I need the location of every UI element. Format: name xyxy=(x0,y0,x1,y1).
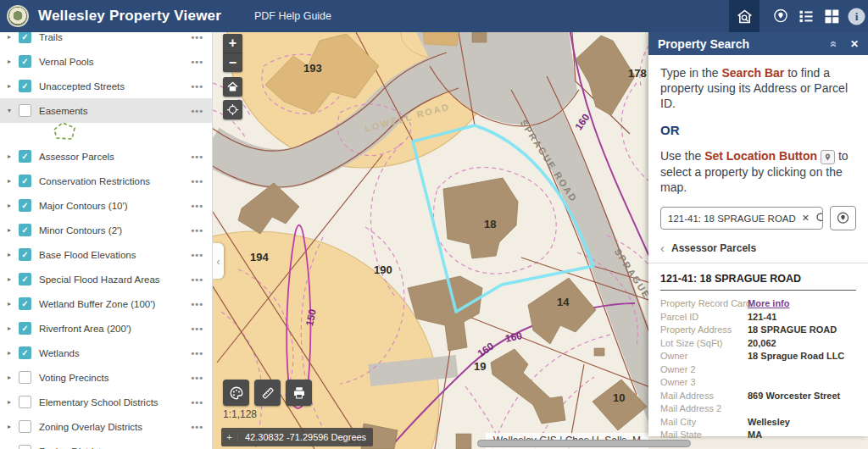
close-panel-icon[interactable]: ✕ xyxy=(850,38,859,50)
chevron-right-icon[interactable]: ▸ xyxy=(8,58,17,65)
chevron-right-icon[interactable]: ▸ xyxy=(8,226,17,234)
zoom-in-button[interactable]: + xyxy=(223,34,242,53)
set-location-button[interactable] xyxy=(830,206,856,230)
layer-checkbox[interactable]: ✓ xyxy=(19,32,31,43)
layer-row-major-contours[interactable]: ▸ ✓ Major Contours (10') ••• xyxy=(0,193,212,218)
layer-checkbox[interactable]: ✓ xyxy=(19,175,31,187)
set-location-icon[interactable] xyxy=(768,0,793,32)
back-link-assessor-parcels[interactable]: ‹ Assessor Parcels xyxy=(660,241,856,255)
chevron-right-icon[interactable]: ▸ xyxy=(8,202,17,209)
chevron-right-icon[interactable]: ▸ xyxy=(8,349,17,357)
search-submit-button[interactable] xyxy=(815,212,823,224)
layer-checkbox[interactable]: ✓ xyxy=(19,55,31,68)
layer-options-button[interactable]: ••• xyxy=(191,225,203,236)
layer-options-button[interactable]: ••• xyxy=(191,348,203,358)
chevron-right-icon[interactable]: ▸ xyxy=(8,398,17,406)
layer-checkbox[interactable] xyxy=(19,371,31,384)
layer-checkbox[interactable] xyxy=(19,420,31,433)
chevron-right-icon[interactable]: ▸ xyxy=(8,82,17,90)
layer-options-button[interactable]: ••• xyxy=(191,152,203,162)
layer-row-conservation-restrictions[interactable]: ▸ ✓ Conservation Restrictions ••• xyxy=(0,169,212,193)
layer-row-easements[interactable]: ▾ Easements ••• xyxy=(0,98,212,123)
layer-options-button[interactable]: ••• xyxy=(191,176,203,186)
layer-row-base-flood-elevations[interactable]: ▸ ✓ Base Flood Elevations ••• xyxy=(0,242,212,267)
layer-row-trails[interactable]: ▸ ✓ Trails ••• xyxy=(0,32,212,49)
layer-options-button[interactable]: ••• xyxy=(191,274,203,285)
layer-row-riverfront-area[interactable]: ▸ ✓ Riverfront Area (200') ••• xyxy=(0,316,212,341)
layer-checkbox[interactable]: ✓ xyxy=(19,80,31,92)
layer-options-button[interactable]: ••• xyxy=(191,324,203,334)
layer-options-button[interactable]: ••• xyxy=(191,106,203,116)
chevron-right-icon[interactable]: ▸ xyxy=(8,275,17,283)
horizontal-scrollbar-thumb[interactable] xyxy=(477,440,691,447)
collapse-panel-icon[interactable]: « xyxy=(827,41,841,47)
locate-button[interactable] xyxy=(223,100,242,119)
chevron-right-icon[interactable]: ▸ xyxy=(8,152,17,160)
layer-options-button[interactable]: ••• xyxy=(191,397,203,407)
crosshair-locate-icon xyxy=(226,103,239,116)
layer-row-minor-contours[interactable]: ▸ ✓ Minor Contours (2') ••• xyxy=(0,218,212,242)
layer-row-voting-precincts[interactable]: ▸ Voting Precincts ••• xyxy=(0,365,212,390)
layer-options-button[interactable]: ••• xyxy=(191,81,203,91)
layer-row-unaccepted-streets[interactable]: ▸ ✓ Unaccepted Streets ••• xyxy=(0,74,212,98)
layer-options-button[interactable]: ••• xyxy=(191,32,203,42)
legend-list-icon[interactable] xyxy=(793,0,819,32)
layer-options-button[interactable]: ••• xyxy=(191,446,203,449)
layer-checkbox[interactable]: ✓ xyxy=(19,150,31,163)
chevron-down-icon[interactable]: ▾ xyxy=(8,107,17,114)
measure-button[interactable] xyxy=(254,380,281,406)
layer-checkbox[interactable]: ✓ xyxy=(19,273,31,285)
layer-checkbox[interactable]: ✓ xyxy=(19,224,31,236)
layer-row-assessor-parcels[interactable]: ▸ ✓ Assessor Parcels ••• xyxy=(0,144,212,169)
layer-options-button[interactable]: ••• xyxy=(191,373,203,383)
chevron-right-icon[interactable]: ▸ xyxy=(8,374,17,381)
layer-options-button[interactable]: ••• xyxy=(191,250,203,260)
basemap-button[interactable] xyxy=(223,380,249,406)
chevron-right-icon[interactable]: ▸ xyxy=(8,324,17,332)
sidebar-collapse-tab[interactable]: ‹ xyxy=(213,243,224,279)
layer-options-button[interactable]: ••• xyxy=(191,299,203,309)
search-input-value[interactable]: 121-41: 18 SPRAGUE ROAD xyxy=(661,213,796,224)
layer-row-special-flood-hazard[interactable]: ▸ ✓ Special Flood Hazard Areas ••• xyxy=(0,267,212,291)
layer-checkbox[interactable] xyxy=(19,396,31,408)
more-info-link[interactable]: More info xyxy=(748,298,790,308)
chevron-right-icon[interactable]: ▸ xyxy=(8,300,17,308)
zoom-out-button[interactable]: − xyxy=(223,53,242,72)
layer-row-vernal-pools[interactable]: ▸ ✓ Vernal Pools ••• xyxy=(0,49,212,74)
crosshair-icon[interactable]: + xyxy=(221,432,238,442)
layer-checkbox[interactable]: ✓ xyxy=(19,297,31,310)
detail-label: Owner xyxy=(660,351,748,361)
home-button[interactable] xyxy=(223,77,242,97)
pdf-help-guide-link[interactable]: PDF Help Guide xyxy=(254,10,331,22)
info-icon[interactable]: i xyxy=(844,0,868,32)
layer-row-zoning-districts[interactable]: ▸ Zoning Districts ••• xyxy=(0,439,212,449)
layer-checkbox[interactable]: ✓ xyxy=(19,346,31,359)
chevron-right-icon[interactable]: ▸ xyxy=(8,251,17,258)
apps-grid-icon[interactable] xyxy=(819,0,844,32)
property-search-icon[interactable] xyxy=(729,0,760,32)
layer-checkbox[interactable]: ✓ xyxy=(19,199,31,212)
print-button[interactable] xyxy=(286,380,312,406)
layer-row-elementary-school[interactable]: ▸ Elementary School Districts ••• xyxy=(0,390,212,414)
layer-options-button[interactable]: ••• xyxy=(191,422,203,432)
layer-options-button[interactable]: ••• xyxy=(191,201,203,211)
layer-label: Major Contours (10') xyxy=(39,201,191,211)
layer-checkbox[interactable]: ✓ xyxy=(19,248,31,261)
chevron-right-icon[interactable]: ▸ xyxy=(8,33,17,41)
layer-row-wetlands[interactable]: ▸ ✓ Wetlands ••• xyxy=(0,341,212,365)
layer-label: Conservation Restrictions xyxy=(39,176,191,186)
instruction-set-location: Use the Set Location Button to select a … xyxy=(660,148,856,196)
search-input[interactable]: 121-41: 18 SPRAGUE ROAD ✕ xyxy=(660,207,823,230)
layer-row-wetland-buffer[interactable]: ▸ ✓ Wetland Buffer Zone (100') ••• xyxy=(0,291,212,316)
layer-checkbox[interactable] xyxy=(19,445,31,449)
layer-label: Assessor Parcels xyxy=(39,152,191,162)
layer-row-zoning-overlay[interactable]: ▸ Zoning Overlay Districts ••• xyxy=(0,414,212,439)
house-search-icon xyxy=(736,8,754,25)
clear-search-icon[interactable]: ✕ xyxy=(796,213,815,224)
chevron-right-icon[interactable]: ▸ xyxy=(8,423,17,430)
layer-checkbox[interactable] xyxy=(19,104,31,117)
layer-options-button[interactable]: ••• xyxy=(191,57,203,67)
chevron-right-icon[interactable]: ▸ xyxy=(8,177,17,185)
layer-checkbox[interactable]: ✓ xyxy=(19,322,31,335)
easement-polygon-swatch xyxy=(49,120,80,143)
